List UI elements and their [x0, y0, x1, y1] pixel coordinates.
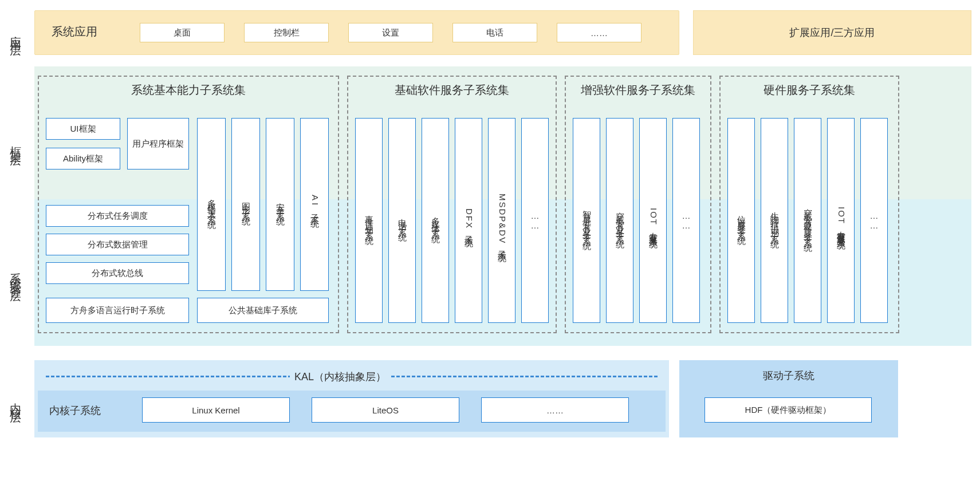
hw-col-bio: 生物特征识别子系统 [761, 118, 788, 323]
hw-col-iot-label: IOT专有硬件服务子系统 [836, 207, 847, 235]
sw-col-event: 事件通知子系统 [355, 118, 383, 323]
basic-vcol-security: 安全子系统 [266, 118, 294, 291]
app-more: …… [591, 28, 608, 38]
extended-apps-label: 扩展应用/三方应用 [789, 26, 875, 40]
kernel-liteos-label: LiteOS [372, 405, 399, 415]
app-box: 电话 [452, 23, 537, 42]
sw-col-msdp: MSDP&DV子系统 [488, 118, 515, 323]
basic-vcol-ai: AI子系统 [300, 118, 329, 291]
app-box: 桌面 [140, 23, 225, 42]
hw-col-more: …… [860, 118, 888, 323]
sw-col-dfx: DFX子系统 [455, 118, 482, 323]
app-control: 控制栏 [274, 27, 300, 38]
dist-data-label: 分布式数据管理 [88, 239, 148, 250]
enh-col-iot: IOT专有业务子系统 [639, 118, 667, 323]
hw-col-wear: 穿戴专有硬件服务子系统 [794, 118, 821, 323]
kernel-linux-box: Linux Kernel [142, 397, 290, 423]
layer-label-service: 系统服务层 [8, 229, 23, 321]
kernel-liteos-box: LiteOS [312, 397, 459, 423]
sw-col-phone: 电话子系统 [388, 118, 416, 323]
hw-col-location: 位置服务子系统 [727, 118, 755, 323]
sw-col-media: 多媒体子系统 [422, 118, 449, 323]
enh-col-wear: 穿戴专有业务子系统 [606, 118, 633, 323]
system-apps-label: 系统应用 [52, 24, 97, 40]
dist-task-label: 分布式任务调度 [88, 211, 148, 222]
enh-col-more: …… [672, 118, 700, 323]
ark-label: 方舟多语言运行时子系统 [70, 305, 165, 316]
app-phone: 电话 [486, 27, 503, 38]
basic-vcol-graphics: 图形子系统 [231, 118, 260, 291]
user-prog-framework-box: 用户程序框架 [127, 118, 189, 169]
hw-col-iot: IOT专有硬件服务子系统 [827, 118, 855, 323]
app-settings: 设置 [382, 27, 399, 38]
app-box: …… [557, 23, 641, 42]
hdf-box: HDF（硬件驱动框架） [705, 397, 872, 423]
kernel-more-label: …… [546, 405, 564, 415]
architecture-diagram: 应用层 框架层 系统服务层 内核层 扩展应用/三方应用 系统应用 桌面 控制栏 … [0, 0, 980, 485]
ability-framework-box: Ability框架 [46, 148, 120, 169]
enh-col-screen: 智慧屏专有业务子系统 [573, 118, 600, 323]
pubbase-box: 公共基础库子系统 [197, 298, 329, 323]
hdf-label: HDF（硬件驱动框架） [745, 405, 832, 416]
layer-label-framework: 框架层 [8, 107, 23, 181]
extended-apps-box: 扩展应用/三方应用 [693, 10, 971, 55]
dist-data-box: 分布式数据管理 [46, 234, 189, 255]
driver-subsystem-label: 驱动子系统 [679, 369, 898, 383]
sw-col-dfx-label: DFX子系统 [463, 208, 474, 232]
basic-vcol-multimodal: 多模输入子系统 [197, 118, 226, 291]
group-basic-title: 系统基本能力子系统集 [39, 82, 338, 98]
kernel-more-box: …… [481, 397, 629, 423]
layer-label-kernel: 内核层 [8, 372, 23, 429]
app-box: 控制栏 [244, 23, 329, 42]
ark-box: 方舟多语言运行时子系统 [46, 298, 189, 323]
group-enhanced-title: 增强软件服务子系统集 [566, 82, 710, 98]
kernel-subsystem-label: 内核子系统 [49, 404, 101, 417]
pubbase-label: 公共基础库子系统 [229, 305, 297, 316]
kernel-linux-label: Linux Kernel [192, 405, 239, 415]
ability-framework-label: Ability框架 [63, 153, 103, 164]
group-hw-title: 硬件服务子系统集 [721, 82, 898, 98]
basic-vcol-ai-label: AI子系统 [309, 195, 320, 214]
layer-label-app: 应用层 [8, 14, 23, 54]
sw-col-msdp-label: MSDP&DV子系统 [497, 194, 507, 247]
group-swservice-title: 基础软件服务子系统集 [348, 82, 556, 98]
sw-col-more: …… [521, 118, 549, 323]
user-prog-framework-label: 用户程序框架 [132, 137, 184, 151]
dist-bus-label: 分布式软总线 [92, 268, 143, 279]
ui-framework-label: UI框架 [70, 124, 96, 135]
ui-framework-box: UI框架 [46, 118, 120, 140]
app-box: 设置 [348, 23, 433, 42]
dist-bus-box: 分布式软总线 [46, 262, 189, 284]
app-desktop: 桌面 [174, 27, 191, 38]
kal-label: KAL（内核抽象层） [290, 369, 391, 385]
enh-col-iot-label: IOT专有业务子系统 [648, 208, 659, 234]
dist-task-box: 分布式任务调度 [46, 205, 189, 227]
